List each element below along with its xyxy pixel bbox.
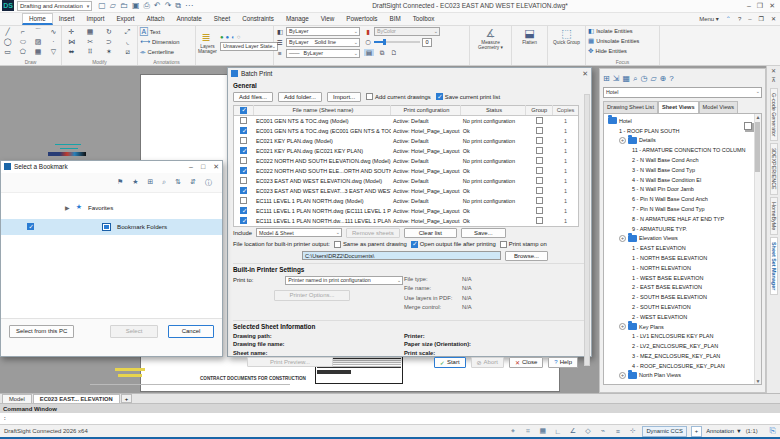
line-weight-dropdown[interactable]: ——ByLayer — [286, 49, 360, 58]
tree-item[interactable]: + Details — [604, 135, 761, 145]
layer-lock-icon[interactable]: ◐ — [231, 34, 235, 40]
expander-icon[interactable]: + — [619, 137, 626, 144]
layer-color-icon[interactable]: ○ — [237, 34, 241, 40]
group-checkbox[interactable] — [536, 127, 543, 134]
open-folder-icon[interactable]: ▱ — [650, 73, 656, 84]
import-sheet-icon[interactable]: ⇲ — [613, 73, 620, 84]
close-button[interactable]: ✕ — [769, 2, 775, 10]
group-checkbox[interactable] — [536, 137, 543, 144]
group-checkbox[interactable] — [536, 177, 543, 184]
print-all-checkbox[interactable] — [240, 107, 247, 114]
document-tab[interactable]: Model — [2, 394, 32, 403]
batch-print-titlebar[interactable]: Batch Print ✕ — [228, 68, 591, 80]
copy-entity-icon[interactable]: ▦ — [83, 27, 98, 37]
drawing-area[interactable]: EAST AND WEST ELEVATION CONTRACT DOCUMEN… — [0, 66, 780, 393]
maximize-icon[interactable]: □ — [201, 163, 205, 171]
undo-icon[interactable]: ↶ — [154, 1, 161, 10]
collapse-ribbon-icon[interactable]: ⌃ — [726, 15, 731, 22]
print-checkbox[interactable] — [240, 157, 247, 164]
pin-panel-icon[interactable]: ⊼ — [771, 77, 775, 84]
print-checkbox[interactable] — [240, 167, 247, 174]
print-checkbox[interactable] — [240, 137, 247, 144]
doc-minimize-button[interactable]: – — [748, 16, 751, 22]
dynamic-ccs-button[interactable]: Dynamic CCS — [642, 426, 686, 437]
tree-item[interactable]: + 2 - N Wall Base Cond Anch — [604, 155, 761, 165]
tree-item[interactable]: + Elevation Views — [604, 233, 761, 243]
offset-icon[interactable]: ⊃ — [102, 37, 117, 47]
copies-cell[interactable]: 1 — [553, 178, 578, 184]
layers-manager-button[interactable]: ≣ Layers Manager — [198, 30, 217, 54]
tree-item[interactable]: + 9 - ARMATUURE TYP. — [604, 224, 761, 234]
tree-item[interactable]: + 3 - MEZ_ENCLOSURE_KEY_PLAN — [604, 351, 761, 361]
ribbon-tab[interactable]: Manage — [280, 13, 315, 25]
panel-tab[interactable]: Sheet Views — [658, 101, 699, 113]
ribbon-tab[interactable]: Home — [22, 13, 53, 25]
move-icon[interactable]: ✛ — [64, 27, 79, 37]
close-icon[interactable]: ✕ — [582, 70, 588, 78]
printer-options-button[interactable]: Printer Options... — [274, 290, 350, 301]
close-panel-icon[interactable]: ✕ — [771, 68, 776, 75]
bookmark-icon[interactable]: ⚑ — [117, 178, 123, 188]
command-window-header[interactable]: Command Window — [0, 403, 780, 413]
table-row[interactable]: EC021 KEY PLAN.dwg (EC021 KEY PLAN) Acti… — [234, 146, 578, 156]
close-dialog-button[interactable]: ✕Close — [509, 357, 543, 368]
stretch-icon[interactable]: ⬌ — [64, 47, 79, 57]
ellipse-icon[interactable]: ⬭ — [17, 37, 28, 47]
tree-item[interactable]: + 1 - WEST BASE ELEVATION — [604, 273, 761, 283]
ribbon-tab[interactable]: BIM — [383, 13, 406, 25]
save-icon[interactable]: ▣ — [132, 1, 140, 10]
polygon-icon[interactable]: ⬠ — [17, 47, 28, 57]
tree-item[interactable]: + 6 - Pin N Wall Base Cond Anch — [604, 194, 761, 204]
group-checkbox[interactable] — [536, 147, 543, 154]
clear-list-button[interactable]: Clear list — [404, 228, 457, 238]
wipeout-icon[interactable]: ▽ — [48, 47, 59, 57]
lineweight-icon[interactable]: ≡ — [612, 426, 623, 437]
ribbon-tab[interactable]: Attach — [141, 13, 171, 25]
close-icon[interactable]: ✕ — [213, 163, 219, 171]
select-from-pc-button[interactable]: Select from this PC — [9, 325, 74, 338]
side-panel-tab[interactable]: G-code Generator — [770, 88, 778, 141]
sheet-selection-icon[interactable]: ▦ — [622, 73, 630, 84]
panel-tab[interactable]: Model Views — [699, 101, 739, 113]
hatch-icon[interactable]: ▨ — [33, 37, 44, 47]
search-icon[interactable]: ⌕ — [162, 178, 166, 188]
import-button[interactable]: Import... — [327, 92, 361, 102]
new-sheet-icon[interactable]: 🗋 — [390, 49, 398, 56]
doc-close-button[interactable]: ✕ — [771, 15, 776, 22]
print-checkbox[interactable] — [240, 217, 247, 224]
tree-item[interactable]: + 4 - N Wall Base Condition El — [604, 175, 761, 185]
dimension-tool[interactable]: ⟷ Dimension — [140, 37, 193, 47]
group-checkbox[interactable] — [536, 217, 543, 224]
group-checkbox[interactable] — [536, 167, 543, 174]
expander-icon[interactable]: + — [619, 372, 626, 379]
include-dropdown[interactable]: Model & Sheet — [256, 228, 342, 237]
table-row[interactable]: EC022 NORTH AND SOUTH ELEVATION.dwg (Mod… — [234, 156, 578, 166]
output-path-input[interactable]: C:\Users\DRZ2\Documents\ — [302, 251, 501, 260]
workspace-selector[interactable]: Drafting and Annotation ▾ — [17, 1, 92, 11]
same-as-parent-checkbox[interactable]: Same as parent drawing — [334, 241, 407, 248]
dialog-scrollbar[interactable] — [584, 94, 590, 366]
copies-cell[interactable]: 1 — [553, 138, 578, 144]
ribbon-tab[interactable]: Constraints — [236, 13, 280, 25]
tree-item[interactable]: + 2 - EAST BASE ELEVATION — [604, 282, 761, 292]
hide-entities-button[interactable]: ✥ Hide Entities — [588, 47, 657, 56]
centerline-tool[interactable]: ⌯ Centerline — [140, 47, 193, 57]
select-button[interactable]: Select — [110, 325, 158, 338]
ccs-icon[interactable]: ⊹ — [627, 426, 638, 437]
restore-button[interactable]: ❐ — [757, 2, 763, 10]
hierarchy-icon[interactable]: ⊞ — [147, 178, 153, 188]
tree-item[interactable]: + 2 - SOUTH BASE ELEVATION — [604, 292, 761, 302]
doc-restore-button[interactable]: ❐ — [759, 15, 764, 22]
polyline-icon[interactable]: ⌐ — [17, 27, 28, 37]
table-row[interactable]: EC023 EAST AND WEST ELEVAT...3 EAST AND … — [234, 186, 578, 196]
favorites-item[interactable]: ▶ ★ Favorites — [1, 201, 222, 214]
esnap-icon[interactable]: ◇ — [582, 426, 593, 437]
scroll-up-icon[interactable]: ▲ — [756, 114, 761, 120]
ribbon-tab[interactable]: Annotate — [170, 13, 207, 25]
cancel-button[interactable]: Cancel — [168, 325, 214, 338]
polar-icon[interactable]: ∠ — [567, 426, 578, 437]
tree-item[interactable]: + 1 - NORTH BASE ELEVATION — [604, 253, 761, 263]
tree-item[interactable]: + 11 - ARMATURE CONNECTION TO COLUMN — [604, 145, 761, 155]
save-current-print-list-checkbox[interactable]: Save current print list — [436, 93, 500, 100]
unisolate-entities-button[interactable]: ▦ Unisolate Entities — [588, 37, 657, 46]
